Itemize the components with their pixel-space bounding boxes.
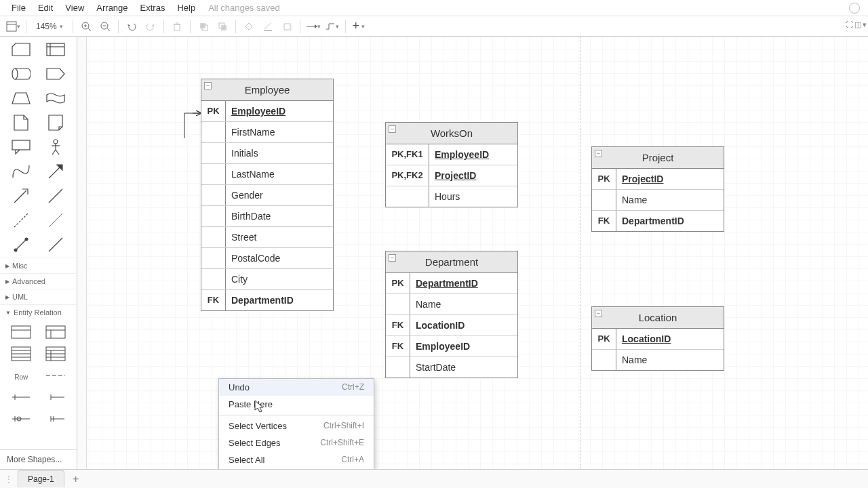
entity-workson[interactable]: −WorksOn PK,FK1EmployeeIDPK,FK2ProjectID… [385,122,518,207]
er-conn-2[interactable] [41,389,71,405]
table-row[interactable]: Name [386,294,517,315]
canvas[interactable]: −Employee PKEmployeeIDFirstNameInitialsL… [77,37,868,469]
fill-color-button[interactable] [240,18,258,35]
table-row[interactable]: FirstName [201,122,333,143]
to-back-button[interactable] [214,18,231,35]
table-row[interactable]: FKDepartmentID [592,211,724,231]
context-menu-item[interactable]: Select VerticesCtrl+Shift+I [219,418,374,434]
collapse-icon[interactable]: − [204,82,212,89]
zoom-in-button[interactable] [77,18,95,35]
delete-button[interactable] [168,18,186,35]
table-row[interactable]: City [201,269,333,290]
entity-department[interactable]: −Department PKDepartmentIDNameFKLocation… [385,251,518,378]
line-color-button[interactable] [259,18,277,35]
entity-location[interactable]: −Location PKLocationIDName [591,306,724,371]
table-row[interactable]: Hours [386,186,517,207]
table-row[interactable]: PKLocationID [592,329,724,350]
table-row[interactable]: PKProjectID [592,169,724,190]
shape-trapezoid[interactable] [7,89,36,107]
more-shapes-button[interactable]: More Shapes... [0,449,77,469]
table-row[interactable]: Name [592,350,724,370]
context-menu-item[interactable]: Select AllCtrl+A [219,451,374,468]
shape-curve[interactable] [7,163,36,180]
shape-arrow[interactable] [41,65,71,83]
table-row[interactable]: LastName [201,164,333,185]
collapse-icon[interactable]: − [389,125,396,133]
table-row[interactable]: PK,FK1EmployeeID [386,144,517,165]
shadow-button[interactable] [278,18,296,35]
language-icon[interactable] [849,3,860,14]
table-row[interactable]: PostalCode [201,248,333,269]
to-front-button[interactable] [195,18,212,35]
shape-arrow-up[interactable] [7,187,36,205]
table-row[interactable]: Gender [201,185,333,206]
er-conn-1[interactable] [7,389,36,405]
table-row[interactable]: Initials [201,143,333,164]
shape-thin-line[interactable] [41,211,71,229]
svg-rect-40 [46,326,65,338]
sidebar-section-advanced[interactable]: ▶Advanced [0,273,77,289]
collapse-icon[interactable]: − [595,310,602,317]
shape-tape[interactable] [41,89,71,107]
menu-arrange[interactable]: Arrange [90,1,134,15]
shape-line-dots[interactable] [7,236,36,253]
sidebar-section-uml[interactable]: ▶UML [0,289,77,304]
redo-button[interactable] [142,18,159,35]
table-row[interactable]: BirthDate [201,206,333,227]
table-row[interactable]: StartDate [386,357,517,378]
collapse-icon[interactable]: − [595,150,602,157]
er-shape-2[interactable] [41,324,71,340]
insert-button[interactable]: +▾ [350,18,368,35]
menu-edit[interactable]: Edit [32,1,59,15]
shape-internal-storage[interactable] [41,41,71,58]
er-conn-3[interactable] [7,411,36,427]
table-row[interactable]: Street [201,227,333,248]
shape-page[interactable] [7,114,36,131]
er-row-line[interactable] [41,367,71,384]
shape-line-diag[interactable] [41,187,71,205]
sidebar-section-entity[interactable]: ▼Entity Relation [0,304,77,320]
shape-card[interactable] [7,41,36,58]
table-row[interactable]: Name [592,190,724,211]
shape-dashed-line[interactable] [7,211,36,229]
sidebar-section-misc[interactable]: ▶Misc [0,258,77,273]
menu-extras[interactable]: Extras [134,1,172,15]
entity-project[interactable]: −Project PKProjectIDNameFKDepartmentID [591,146,724,232]
row-value: Street [226,227,333,247]
entity-employee[interactable]: −Employee PKEmployeeIDFirstNameInitialsL… [201,79,334,311]
shape-arrow-diag[interactable] [41,163,71,180]
page-tab[interactable]: Page-1 [18,470,64,487]
context-menu-item[interactable]: UndoCtrl+Z [219,379,374,396]
shape-actor[interactable] [41,138,71,156]
view-mode-button[interactable]: ▾ [4,18,22,35]
shape-cylinder-h[interactable] [7,65,36,83]
page-handle-icon[interactable]: ⋮ [4,474,14,485]
context-menu-item[interactable]: Select EdgesCtrl+Shift+E [219,434,374,451]
panel-toggles[interactable]: ⛶◫▾ [846,20,867,29]
menu-file[interactable]: File [5,1,32,15]
add-page-button[interactable]: + [68,472,83,487]
er-shape-1[interactable] [7,324,36,340]
shape-line-plain[interactable] [41,236,71,253]
shape-note[interactable] [41,114,71,131]
context-menu-item[interactable]: Paste Here [219,396,374,413]
table-row[interactable]: PKDepartmentID [386,273,517,294]
table-row[interactable]: FKLocationID [386,315,517,336]
menu-help[interactable]: Help [171,1,201,15]
er-shape-4[interactable] [41,346,71,362]
zoom-level[interactable]: 145%▾ [31,22,68,31]
collapse-icon[interactable]: − [389,254,396,262]
menu-view[interactable]: View [59,1,90,15]
table-row[interactable]: PKEmployeeID [201,101,333,122]
connection-button[interactable]: ▾ [304,18,322,35]
table-row[interactable]: FKEmployeeID [386,336,517,357]
er-conn-4[interactable] [41,411,71,427]
table-row[interactable]: PK,FK2ProjectID [386,165,517,186]
er-shape-3[interactable] [7,346,36,362]
zoom-out-button[interactable] [96,18,114,35]
toolbar: ▾ 145%▾ ▾ ▾ +▾ ⛶◫▾ [0,16,868,37]
shape-callout[interactable] [7,138,36,156]
undo-button[interactable] [123,18,140,35]
table-row[interactable]: FKDepartmentID [201,290,333,310]
waypoint-button[interactable]: ▾ [323,18,341,35]
